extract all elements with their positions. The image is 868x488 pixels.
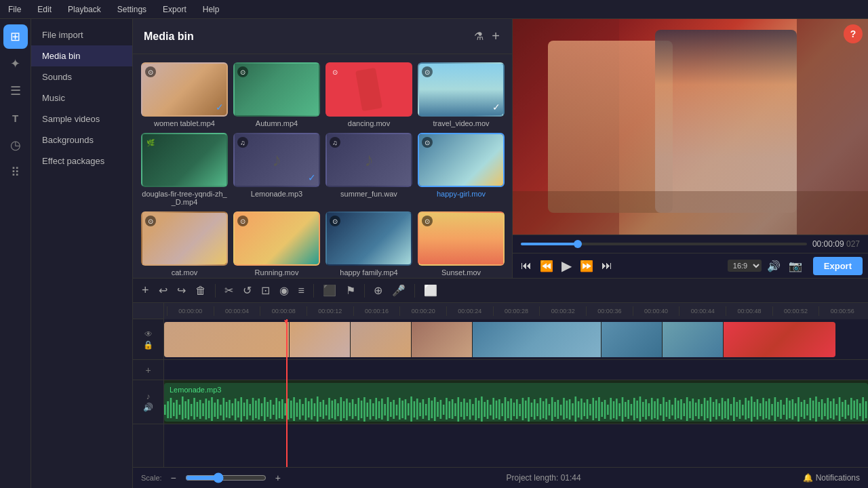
sidebar-icon-apps[interactable]: ⠿ — [3, 160, 28, 184]
svg-rect-75 — [384, 404, 386, 415]
svg-rect-100 — [458, 397, 460, 422]
mic-button[interactable]: 🎤 — [389, 282, 409, 299]
ruler-mark: 00:00:56 — [818, 306, 865, 316]
aspect-ratio-select[interactable]: 16:9 4:3 1:1 — [728, 260, 762, 272]
zoom-out-button[interactable]: − — [167, 470, 180, 485]
toolbar-separator-3 — [364, 284, 365, 298]
svg-rect-217 — [801, 402, 803, 417]
sidebar-icon-effects[interactable]: ✦ — [3, 52, 28, 76]
nav-media-bin[interactable]: Media bin — [31, 45, 132, 66]
volume-button[interactable]: 🔊 — [764, 258, 783, 274]
svg-rect-193 — [730, 404, 732, 415]
svg-rect-74 — [381, 399, 383, 420]
list-item[interactable]: ⊙ happy-girl.mov — [418, 133, 505, 206]
svg-rect-46 — [299, 399, 301, 420]
svg-rect-9 — [191, 404, 193, 416]
sidebar-icon-clock[interactable]: ◷ — [3, 133, 28, 157]
menu-settings[interactable]: Settings — [115, 3, 149, 16]
add-track-button[interactable]: + — [138, 281, 153, 300]
cut-button[interactable]: ✂ — [221, 282, 237, 299]
svg-rect-182 — [698, 399, 700, 419]
svg-rect-185 — [707, 401, 709, 418]
project-length: Project length: 01:44 — [290, 473, 797, 483]
crop-button[interactable]: ⊡ — [258, 282, 273, 299]
list-item[interactable]: ⊙ Running.mov — [233, 211, 320, 277]
transitions-button[interactable]: ⬛ — [319, 282, 340, 299]
menu-edit[interactable]: Edit — [35, 3, 54, 16]
notifications-button[interactable]: 🔔 Notifications — [803, 473, 860, 483]
split-button[interactable]: ⬜ — [420, 282, 441, 299]
svg-rect-220 — [810, 398, 812, 420]
nav-backgrounds[interactable]: Backgrounds — [31, 129, 132, 150]
menu-bar: File Edit Playback Settings Export Help — [0, 0, 868, 19]
list-item[interactable]: ⊙ Sunset.mov — [418, 211, 505, 277]
list-item[interactable]: ♫ ♪ ✓ Lemonade.mp3 — [233, 133, 320, 206]
empty-track-btn[interactable]: + — [145, 365, 151, 375]
list-item[interactable]: ⊙ dancing.mov — [326, 62, 412, 127]
svg-rect-236 — [856, 399, 859, 420]
audio-track-visible-button[interactable]: ♪ — [146, 392, 151, 401]
step-back-button[interactable]: ⏪ — [537, 258, 556, 274]
skip-to-start-button[interactable]: ⏮ — [518, 258, 534, 273]
svg-rect-89 — [425, 404, 427, 415]
list-item[interactable]: ⊙ cat.mov — [141, 211, 228, 277]
scale-slider[interactable] — [185, 472, 267, 483]
add-media-button[interactable]: + — [490, 27, 501, 45]
menu-help[interactable]: Help — [200, 3, 222, 16]
playhead[interactable] — [286, 319, 288, 467]
snap-button[interactable]: ⊕ — [370, 282, 386, 299]
flag-button[interactable]: ⚑ — [342, 282, 359, 299]
nav-sample-videos[interactable]: Sample videos — [31, 108, 132, 129]
list-item[interactable]: ♫ ♪ summer_fun.wav — [326, 133, 412, 206]
list-item[interactable]: ⊙ ✓ travel_video.mov — [418, 62, 505, 127]
undo-button[interactable]: ↩ — [155, 282, 171, 299]
video-track-visible-button[interactable]: 👁 — [144, 329, 153, 339]
play-button[interactable]: ▶ — [559, 256, 574, 275]
skip-to-end-button[interactable]: ⏭ — [599, 258, 615, 273]
time-progress-bar[interactable] — [521, 243, 807, 245]
redo-button[interactable]: ↪ — [174, 282, 189, 299]
ruler-mark: 00:00:20 — [399, 306, 446, 316]
nav-file-import[interactable]: File import — [31, 24, 132, 45]
video-track-lock-button[interactable]: 🔒 — [143, 340, 153, 350]
video-track — [164, 319, 868, 360]
list-item[interactable]: ⊙ ✓ women tablet.mp4 — [141, 62, 228, 127]
audio-clip[interactable]: Lemonade.mp3 — [164, 383, 868, 422]
svg-rect-228 — [833, 399, 835, 420]
empty-track — [164, 360, 868, 380]
nav-effect-packages[interactable]: Effect packages — [31, 150, 132, 171]
video-clip[interactable] — [164, 322, 835, 357]
svg-rect-112 — [492, 398, 494, 420]
svg-rect-55 — [326, 405, 328, 415]
sidebar-icon-media[interactable]: ⊞ — [3, 24, 28, 49]
nav-music[interactable]: Music — [31, 87, 132, 108]
list-item[interactable]: 🌿 douglas-fir-tree-yqndi-zh__D.mp4 — [141, 133, 228, 206]
list-item[interactable]: ⊙ Autumn.mp4 — [233, 62, 320, 127]
menu-playback[interactable]: Playback — [65, 3, 104, 16]
delete-button[interactable]: 🗑 — [192, 283, 210, 299]
svg-rect-53 — [319, 402, 321, 417]
adjust-button[interactable]: ≡ — [295, 283, 308, 299]
checkmark-icon: ✓ — [216, 102, 224, 113]
menu-file[interactable]: File — [5, 3, 24, 16]
sidebar-icon-text[interactable]: T — [3, 106, 28, 130]
svg-rect-178 — [686, 397, 688, 421]
step-forward-button[interactable]: ⏩ — [577, 258, 596, 274]
color-button[interactable]: ◉ — [276, 282, 292, 299]
preview-controls: 00:00:09 027 — [513, 235, 868, 253]
zoom-in-button[interactable]: + — [272, 470, 284, 485]
nav-sounds[interactable]: Sounds — [31, 66, 132, 87]
menu-export[interactable]: Export — [160, 3, 189, 16]
list-item[interactable]: ⊙ happy family.mp4 — [326, 211, 412, 277]
audio-track-mute-button[interactable]: 🔊 — [143, 403, 153, 412]
export-button[interactable]: Export — [813, 257, 863, 275]
svg-rect-37 — [273, 405, 275, 415]
svg-rect-221 — [812, 401, 814, 418]
svg-rect-157 — [625, 402, 627, 417]
help-button[interactable]: ? — [844, 24, 863, 43]
media-item-label: dancing.mov — [348, 119, 390, 127]
sidebar-icon-titles[interactable]: ☰ — [3, 79, 28, 103]
screenshot-button[interactable]: 📷 — [786, 258, 805, 274]
loop-button[interactable]: ↺ — [239, 282, 255, 299]
filter-button[interactable]: ⚗ — [473, 27, 485, 45]
